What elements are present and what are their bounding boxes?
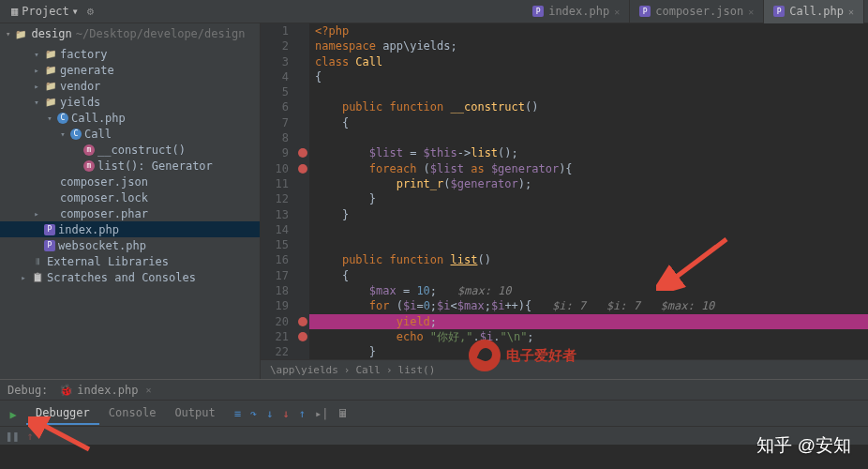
tree-node[interactable]: ▸vendor (0, 78, 260, 94)
code-line[interactable]: yield; (315, 314, 868, 329)
tree-node[interactable]: External Libraries (0, 253, 260, 269)
stop-icon[interactable]: ↑ (26, 430, 33, 443)
json-icon (44, 191, 57, 204)
tree-node[interactable]: ▾Call.php (0, 110, 260, 126)
fold-icon (44, 48, 57, 61)
code-area[interactable]: <?phpnamespace app\yields;class Call{ pu… (309, 23, 868, 359)
gutter: 1234567891011121314151617181920212223 (261, 23, 296, 359)
code-line[interactable]: $list = $this->list(); (315, 145, 868, 160)
debug-tab-console[interactable]: Console (99, 402, 166, 425)
step-over-icon[interactable]: ↷ (250, 407, 257, 420)
resume-button[interactable]: ▶ (9, 408, 16, 421)
folder-icon (14, 27, 27, 40)
project-name: design (31, 27, 71, 40)
debug-header: Debug: 🐞 index.php ✕ (0, 379, 868, 400)
close-icon[interactable]: ✕ (848, 7, 854, 17)
tree-node[interactable]: composer.lock (0, 189, 260, 205)
fold-icon (44, 80, 57, 93)
code-line[interactable]: } (315, 191, 868, 206)
code-line[interactable]: public function __construct() (315, 99, 868, 114)
breakpoint[interactable] (298, 332, 307, 341)
code-line[interactable]: } (315, 207, 868, 222)
code-line[interactable]: print_r($generator); (315, 176, 868, 191)
code-line[interactable]: echo "你好,".$i."\n"; (315, 329, 868, 344)
editor-tab[interactable]: index.php✕ (523, 0, 630, 23)
code-line[interactable] (315, 130, 868, 145)
debug-tab-debugger[interactable]: Debugger (26, 402, 99, 425)
pause-icon[interactable]: ❚❚ (6, 430, 19, 443)
code-line[interactable]: { (315, 115, 868, 130)
fold-icon (44, 64, 57, 77)
debug-session-tab[interactable]: 🐞 index.php ✕ (53, 384, 157, 397)
tree-node[interactable]: ▾factory (0, 46, 260, 62)
evaluate-icon[interactable]: 🖩 (337, 407, 349, 420)
tree-node[interactable]: ▸composer.phar (0, 205, 260, 221)
code-line[interactable]: class Call (315, 54, 868, 69)
breakpoint-gutter[interactable] (296, 23, 309, 359)
run-to-cursor-icon[interactable]: ▸| (315, 407, 328, 420)
code-line[interactable]: { (315, 268, 868, 283)
tree-node[interactable]: ▾Call (0, 126, 260, 142)
breakpoint[interactable] (298, 317, 307, 326)
cls-icon (70, 129, 82, 140)
code-line[interactable]: } (315, 344, 868, 359)
dropdown-icon: ▼ (73, 8, 78, 16)
file-tree: ▾factory▸generate▸vendor▾yields▾Call.php… (0, 44, 260, 285)
tree-node[interactable]: index.php (0, 221, 260, 237)
gear-icon[interactable]: ⚙ (87, 5, 94, 18)
show-execution-point-icon[interactable]: ≡ (234, 407, 241, 420)
breakpoint[interactable] (298, 148, 307, 158)
bug-icon: 🐞 (59, 384, 73, 397)
tree-node[interactable]: list(): Generator (0, 158, 260, 174)
php-file-icon (639, 6, 651, 17)
breakpoint[interactable] (298, 164, 307, 174)
bottom-bar: ❚❚ ↑ (0, 426, 868, 445)
editor-tabs: index.php✕composer.json✕Call.php✕ (523, 0, 864, 23)
debug-label: Debug: (7, 384, 48, 397)
tree-node[interactable]: ▾yields (0, 94, 260, 110)
php-file-icon (532, 6, 544, 17)
code-line[interactable] (315, 84, 868, 99)
project-path: ~/Desktop/develope/design (76, 27, 246, 40)
project-root[interactable]: ▾ design ~/Desktop/develope/design (0, 23, 260, 44)
lib-icon (31, 255, 44, 268)
code-line[interactable]: namespace app\yields; (315, 38, 868, 53)
debug-tab-output[interactable]: Output (165, 402, 224, 425)
project-label: Project (22, 5, 69, 18)
code-line[interactable]: <?php (315, 23, 868, 38)
editor: 1234567891011121314151617181920212223 <?… (261, 23, 868, 379)
breadcrumb[interactable]: \app\yields› Call› list() (261, 359, 868, 379)
tree-node[interactable]: __construct() (0, 142, 260, 158)
code-line[interactable]: $max = 10; $max: 10 (315, 283, 868, 298)
close-icon[interactable]: ✕ (614, 7, 620, 17)
code-line[interactable] (315, 237, 868, 252)
tree-node[interactable]: websocket.php (0, 237, 260, 253)
code-line[interactable]: { (315, 69, 868, 84)
editor-tab[interactable]: Call.php✕ (764, 0, 864, 23)
project-sidebar: ▾ design ~/Desktop/develope/design ▾fact… (0, 23, 261, 379)
code-line[interactable]: for ($i=0;$i<$max;$i++){ $i: 7 $i: 7 $ma… (315, 298, 868, 313)
tree-node[interactable]: ▸generate (0, 62, 260, 78)
editor-tab[interactable]: composer.json✕ (630, 0, 764, 23)
mth-icon (83, 160, 95, 172)
json-icon (44, 207, 57, 220)
project-tool-window-header[interactable]: ▦ Project ▼ ⚙ (4, 5, 101, 18)
force-step-into-icon[interactable]: ↓ (282, 407, 289, 420)
php-file-icon (773, 6, 785, 17)
debug-step-icons: ≡ ↷ ↓ ↓ ↑ ▸| 🖩 (225, 407, 359, 420)
step-out-icon[interactable]: ↑ (299, 407, 306, 420)
tree-node[interactable]: ▸Scratches and Consoles (0, 269, 260, 285)
close-icon[interactable]: ✕ (748, 7, 754, 17)
tree-node[interactable]: composer.json (0, 174, 260, 189)
code-line[interactable]: public function list() (315, 252, 868, 267)
step-into-icon[interactable]: ↓ (266, 407, 273, 420)
php-icon (44, 224, 55, 235)
debug-toolbar: ▶ DebuggerConsoleOutput ≡ ↷ ↓ ↓ ↑ ▸| 🖩 (0, 400, 868, 426)
scr-icon (31, 271, 44, 284)
php-icon (44, 240, 55, 251)
json-icon (44, 175, 57, 189)
close-icon[interactable]: ✕ (145, 385, 151, 395)
code-line[interactable] (315, 222, 868, 237)
mth-icon (83, 144, 95, 156)
code-line[interactable]: foreach ($list as $generator){ (315, 161, 868, 176)
